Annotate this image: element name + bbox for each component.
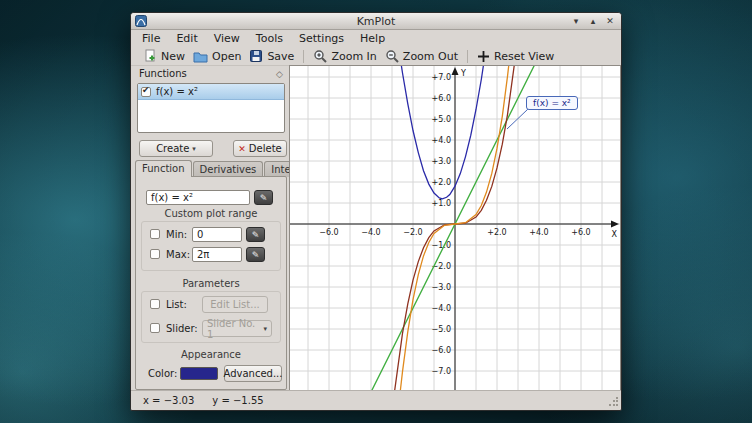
delete-label: Delete xyxy=(249,143,282,154)
tab-derivatives[interactable]: Derivatives xyxy=(193,161,264,177)
status-y-coordinate: y = −1.55 xyxy=(212,395,263,406)
color-label: Color: xyxy=(148,366,177,381)
y-tick-label: +7.0 xyxy=(432,73,451,82)
window-title: KmPlot xyxy=(131,15,621,28)
dock-header: Functions ◇ xyxy=(135,66,287,81)
y-tick-label: +2.0 xyxy=(432,178,451,187)
desktop: { "window": { "title": "KmPlot", "contro… xyxy=(0,0,752,423)
y-tick-label: +4.0 xyxy=(432,136,451,145)
maximize-icon[interactable]: ▴ xyxy=(586,14,600,28)
menu-file[interactable]: File xyxy=(134,31,168,46)
parameters-group-title: Parameters xyxy=(136,278,286,289)
y-tick-label: +1.0 xyxy=(432,199,451,208)
y-tick-label: −7.0 xyxy=(432,367,451,376)
plot-canvas[interactable]: YX−6.0−4.0−2.0+2.0+4.0+6.0+7.0+6.0+5.0+4… xyxy=(290,66,620,390)
zoom-in-button[interactable]: Zoom In xyxy=(309,48,380,64)
function-list[interactable]: ✔ f(x) = x² xyxy=(137,83,285,133)
curve-derivative-line xyxy=(369,66,537,390)
min-checkbox[interactable] xyxy=(150,229,160,239)
open-folder-icon xyxy=(193,50,208,63)
y-axis-arrow xyxy=(452,67,459,75)
color-swatch-button[interactable] xyxy=(180,367,218,380)
function-tab-panel: f(x) = x² ✎ Custom plot range Min: 0 ✎ M… xyxy=(135,176,287,390)
max-input[interactable]: 2π xyxy=(192,247,242,262)
max-checkbox[interactable] xyxy=(150,249,160,259)
function-item-label: f(x) = x² xyxy=(156,86,198,97)
function-list-item[interactable]: ✔ f(x) = x² xyxy=(138,84,284,100)
minimize-icon[interactable]: ▾ xyxy=(569,14,583,28)
toolbar-separator xyxy=(467,50,468,63)
y-tick-label: −3.0 xyxy=(432,283,451,292)
y-tick-label: −5.0 xyxy=(432,325,451,334)
list-checkbox[interactable] xyxy=(150,299,160,309)
pencil-icon: ✎ xyxy=(252,230,260,240)
delete-x-icon: ✕ xyxy=(238,144,246,154)
open-label: Open xyxy=(212,50,241,63)
new-icon xyxy=(143,49,157,63)
y-tick-label: +3.0 xyxy=(432,157,451,166)
zoom-out-icon xyxy=(385,49,399,63)
new-button[interactable]: New xyxy=(139,48,189,64)
dock-title: Functions xyxy=(139,68,187,79)
new-label: New xyxy=(161,50,185,63)
appearance-group-title: Appearance xyxy=(136,349,286,360)
create-label: Create xyxy=(156,143,189,154)
function-visible-checkbox[interactable]: ✔ xyxy=(141,87,151,97)
titlebar[interactable]: KmPlot ▾ ▴ ✕ xyxy=(131,13,621,30)
chevron-down-icon: ▾ xyxy=(263,325,267,333)
min-edit-button[interactable]: ✎ xyxy=(246,227,265,242)
equation-edit-button[interactable]: ✎ xyxy=(254,190,273,205)
x-tick-label: +6.0 xyxy=(571,228,590,237)
menu-settings[interactable]: Settings xyxy=(291,31,352,46)
edit-list-button[interactable]: Edit List... xyxy=(202,296,268,313)
zoom-out-button[interactable]: Zoom Out xyxy=(381,48,462,64)
x-tick-label: −4.0 xyxy=(361,228,380,237)
dock-float-icon[interactable]: ◇ xyxy=(276,69,283,79)
curve-label: f(x) = x² xyxy=(526,96,578,110)
tab-function[interactable]: Function xyxy=(135,160,192,177)
slider-label: Slider: xyxy=(166,321,198,336)
pencil-icon: ✎ xyxy=(260,193,268,203)
close-icon[interactable]: ✕ xyxy=(603,14,617,28)
functions-dock: Functions ◇ ✔ f(x) = x² Create ▾ ✕ Delet… xyxy=(133,66,289,391)
equation-input[interactable]: f(x) = x² xyxy=(146,190,250,205)
y-tick-label: −1.0 xyxy=(432,241,451,250)
advanced-button[interactable]: Advanced... xyxy=(224,365,282,382)
y-tick-label: +5.0 xyxy=(432,115,451,124)
plot-area[interactable]: YX−6.0−4.0−2.0+2.0+4.0+6.0+7.0+6.0+5.0+4… xyxy=(289,65,621,391)
reset-view-icon xyxy=(477,50,490,63)
check-icon: ✔ xyxy=(142,85,150,95)
slider-select[interactable]: Slider No. 1 ▾ xyxy=(202,320,272,337)
delete-button[interactable]: ✕ Delete xyxy=(233,140,287,157)
resize-grip[interactable] xyxy=(608,397,618,407)
x-tick-label: +4.0 xyxy=(529,228,548,237)
slider-checkbox[interactable] xyxy=(150,323,160,333)
create-button[interactable]: Create ▾ xyxy=(139,140,213,157)
slider-select-value: Slider No. 1 xyxy=(207,318,260,340)
y-axis-label: Y xyxy=(460,69,466,78)
zoom-in-icon xyxy=(313,49,327,63)
save-disk-icon xyxy=(249,49,263,63)
chevron-down-icon: ▾ xyxy=(192,145,196,153)
y-tick-label: −4.0 xyxy=(432,304,451,313)
menu-edit[interactable]: Edit xyxy=(168,31,205,46)
y-tick-label: +6.0 xyxy=(432,94,451,103)
menu-view[interactable]: View xyxy=(206,31,248,46)
zoom-out-label: Zoom Out xyxy=(403,50,458,63)
min-input[interactable]: 0 xyxy=(192,227,242,242)
x-axis-label: X xyxy=(612,230,618,239)
max-edit-button[interactable]: ✎ xyxy=(246,247,265,262)
x-axis-arrow xyxy=(611,221,619,228)
reset-view-label: Reset View xyxy=(494,50,554,63)
reset-view-button[interactable]: Reset View xyxy=(473,49,558,64)
x-tick-label: −6.0 xyxy=(319,228,338,237)
x-tick-label: +2.0 xyxy=(487,228,506,237)
status-x-coordinate: x = −3.03 xyxy=(143,395,194,406)
menu-help[interactable]: Help xyxy=(352,31,393,46)
menubar: File Edit View Tools Settings Help xyxy=(131,30,621,47)
save-button[interactable]: Save xyxy=(245,48,298,64)
y-tick-label: −2.0 xyxy=(432,262,451,271)
save-label: Save xyxy=(267,50,294,63)
open-button[interactable]: Open xyxy=(189,49,245,64)
menu-tools[interactable]: Tools xyxy=(248,31,291,46)
